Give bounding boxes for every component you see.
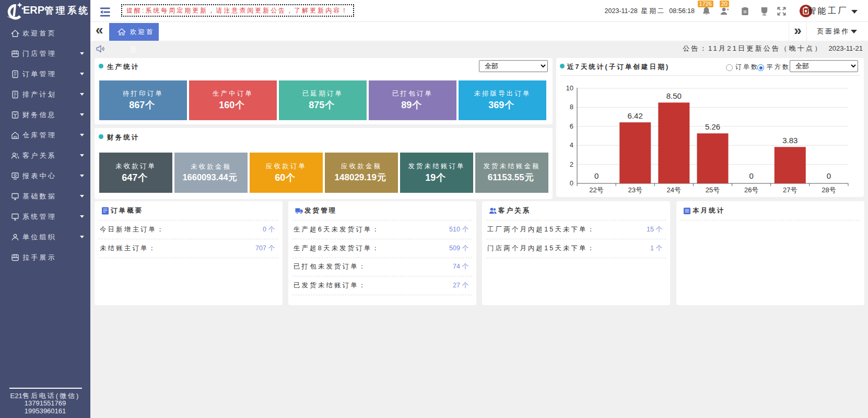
svg-text:23号: 23号 — [628, 186, 642, 194]
svg-text:24号: 24号 — [667, 186, 681, 194]
svg-text:0: 0 — [749, 171, 753, 180]
svg-text:10: 10 — [566, 84, 573, 92]
svg-text:0: 0 — [570, 179, 573, 187]
svg-text:6: 6 — [570, 122, 573, 130]
svg-text:28号: 28号 — [822, 186, 836, 194]
svg-text:2: 2 — [570, 160, 573, 168]
svg-text:0: 0 — [594, 171, 599, 180]
svg-text:3.83: 3.83 — [782, 136, 797, 145]
svg-text:8: 8 — [570, 103, 573, 111]
svg-text:6.42: 6.42 — [628, 111, 643, 120]
svg-text:25号: 25号 — [706, 186, 720, 194]
svg-text:22号: 22号 — [589, 186, 603, 194]
svg-text:0: 0 — [827, 171, 831, 180]
svg-text:8.50: 8.50 — [666, 91, 682, 100]
svg-text:4: 4 — [570, 141, 573, 149]
svg-text:26号: 26号 — [744, 186, 758, 194]
svg-text:27号: 27号 — [783, 186, 797, 194]
svg-text:5.26: 5.26 — [705, 122, 720, 131]
